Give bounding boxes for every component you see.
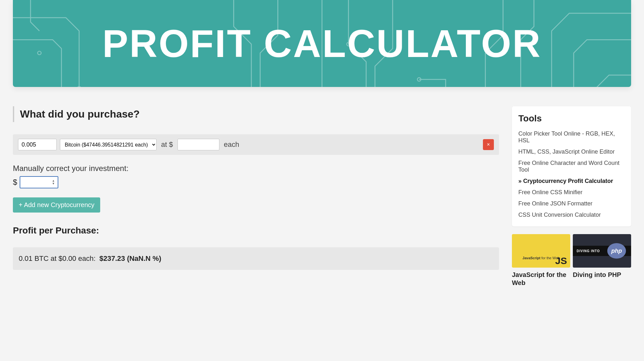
tool-link-json-formatter[interactable]: Free Online JSON Formatter (518, 198, 625, 209)
hero-title: PROFIT CALCULATOR (102, 24, 542, 63)
tool-link-html-editor[interactable]: HTML, CSS, JavaScript Online Editor (518, 146, 625, 157)
purchase-row: Bitcoin ($47446.39514821291 each) at $ e… (13, 134, 499, 155)
tools-heading: Tools (518, 113, 625, 124)
hero-banner: PROFIT CALCULATOR (13, 0, 631, 87)
course-title-php: Diving into PHP (573, 271, 631, 279)
profit-result-summary: 0.01 BTC at $0.00 each: (19, 254, 96, 263)
dollar-sign: $ (13, 178, 17, 187)
sidebar: Tools Color Picker Tool Online - RGB, HE… (512, 106, 631, 287)
profit-result-value: $237.23 (NaN.N %) (100, 254, 161, 263)
quantity-input[interactable] (18, 139, 57, 150)
svg-point-1 (38, 51, 41, 55)
at-dollar-label: at $ (160, 140, 174, 149)
tool-link-css-minifier[interactable]: Free Online CSS Minifier (518, 187, 625, 198)
add-cryptocurrency-button[interactable]: + Add new Cryptocurrency (13, 197, 100, 213)
tool-link-color-picker[interactable]: Color Picker Tool Online - RGB, HEX, HSL (518, 128, 625, 146)
svg-point-0 (77, 87, 81, 87)
courses-row: JavaScript for the Web JS JavaScript for… (512, 234, 631, 287)
cryptocurrency-select[interactable]: Bitcoin ($47446.39514821291 each) (60, 139, 157, 150)
manual-investment-input[interactable] (20, 176, 58, 188)
tools-card: Tools Color Picker Tool Online - RGB, HE… (512, 106, 631, 226)
profit-heading: Profit per Purchase: (13, 225, 499, 236)
js-badge-icon: JS (555, 255, 567, 266)
remove-row-button[interactable]: × (483, 139, 494, 150)
main-column: What did you purchase? Bitcoin ($47446.3… (13, 106, 499, 270)
course-thumb-php: DIVING INTO php (573, 234, 631, 268)
php-badge-icon: php (607, 243, 626, 259)
purchase-heading: What did you purchase? (13, 106, 499, 122)
each-label: each (223, 140, 241, 149)
profit-result-row: 0.01 BTC at $0.00 each: $237.23 (NaN.N %… (13, 247, 499, 270)
tool-link-css-unit-conversion[interactable]: CSS Unit Conversion Calculator (518, 209, 625, 221)
tool-link-word-count[interactable]: Free Online Character and Word Count Too… (518, 157, 625, 176)
course-thumb-js: JavaScript for the Web JS (512, 234, 570, 268)
course-card-js[interactable]: JavaScript for the Web JS JavaScript for… (512, 234, 570, 287)
course-title-js: JavaScript for the Web (512, 271, 570, 287)
tool-link-profit-calculator[interactable]: » Cryptocurrency Profit Calculator (518, 176, 625, 187)
close-icon: × (487, 142, 490, 147)
course-card-php[interactable]: DIVING INTO php Diving into PHP (573, 234, 631, 287)
manual-correction-label: Manually correct your investment: (13, 164, 499, 173)
price-input[interactable] (178, 139, 219, 150)
